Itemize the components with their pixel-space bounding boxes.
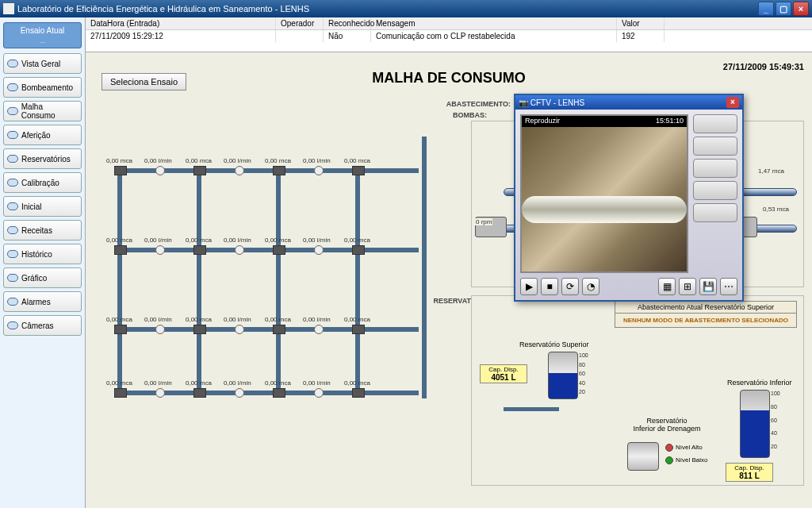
status-hdr: Abastecimento Atual Reservatório Superio… — [615, 302, 796, 314]
valve[interactable] — [273, 245, 285, 255]
flowmeter[interactable] — [235, 245, 244, 255]
flowmeter[interactable] — [235, 325, 244, 334]
valve[interactable] — [193, 245, 206, 255]
cftv-video[interactable]: Reproduzir 15:51:10 — [520, 114, 688, 273]
cftv-sb-1[interactable] — [693, 114, 737, 133]
page-title: MALHA DE CONSUMO — [372, 70, 525, 87]
sidebar-item-vista-geral[interactable]: Vista Geral — [3, 53, 82, 74]
reservoir-panel: Abastecimento Atual Reservatório Superio… — [471, 295, 804, 486]
mca-tag: 0,00 mca — [186, 379, 212, 387]
play-button[interactable]: ▶ — [520, 278, 538, 295]
lmin-tag: 0,00 l/min — [144, 379, 172, 387]
lmin-tag: 0,00 l/min — [303, 379, 331, 387]
lmin-tag: 0,00 l/min — [303, 157, 331, 164]
mca-tag: 0,00 mca — [106, 157, 132, 164]
cftv-overlay-right: 15:51:10 — [656, 117, 684, 126]
sidebar-item-label: Inicial — [21, 202, 42, 211]
maximize-button[interactable]: ▢ — [776, 2, 791, 16]
cftv-sb-4[interactable] — [693, 181, 737, 200]
lmin-tag: 0,00 l/min — [224, 237, 251, 244]
drain-pump[interactable] — [472, 296, 494, 312]
cftv-frame — [522, 127, 687, 271]
status-box: Abastecimento Atual Reservatório Superio… — [615, 301, 797, 328]
flowmeter[interactable] — [155, 245, 165, 255]
cap-sup: Cap. Disp. 4051 L — [480, 364, 527, 383]
valve[interactable] — [273, 325, 285, 334]
flowmeter[interactable] — [314, 325, 324, 334]
cftv-sb-2[interactable] — [693, 137, 737, 156]
grid-button[interactable]: ⊞ — [679, 278, 696, 295]
sidebar-item-aferição[interactable]: Aferição — [3, 125, 82, 145]
minimize-button[interactable]: _ — [758, 2, 774, 16]
close-button[interactable]: × — [793, 2, 809, 16]
mca-tag: 0,00 mca — [186, 237, 212, 244]
flowmeter[interactable] — [314, 166, 324, 175]
pill-icon — [7, 250, 18, 258]
pill-icon — [7, 83, 18, 91]
flowmeter[interactable] — [235, 388, 244, 398]
refresh-button[interactable]: ⟳ — [561, 278, 579, 295]
lmin-tag: 0,00 l/min — [303, 237, 331, 244]
flowmeter[interactable] — [155, 325, 165, 334]
sidebar-item-câmeras[interactable]: Câmeras — [3, 315, 82, 336]
mca-tag: 0,00 mca — [186, 316, 212, 323]
cap-inf: Cap. Disp. 811 L — [726, 463, 773, 482]
dren-label: Reservatório Inferior de Drenagem — [627, 417, 707, 433]
flowmeter[interactable] — [235, 166, 244, 175]
sidebar-item-alarmes[interactable]: Alarmes — [3, 291, 82, 312]
cftv-sb-3[interactable] — [693, 159, 737, 178]
sidebar-item-gráfico[interactable]: Gráfico — [3, 267, 82, 288]
current-ensaio-box: Ensaio Atual ... — [3, 22, 82, 48]
cftv-titlebar[interactable]: 📷 CFTV - LENHS × — [515, 95, 742, 110]
save-button[interactable]: 💾 — [699, 278, 717, 295]
valve[interactable] — [193, 325, 206, 334]
cftv-window[interactable]: 📷 CFTV - LENHS × Reproduzir 15:51:10 — [514, 94, 744, 302]
tank-superior[interactable]: 10080604020 — [548, 352, 578, 399]
tank-drenagem[interactable] — [627, 442, 659, 471]
valve[interactable] — [352, 388, 365, 398]
pipe-mesh: 0,00 mca0,00 l/min0,00 mca0,00 l/min0,00… — [102, 137, 435, 406]
res-inf-label: Reservatório Inferior — [727, 379, 792, 387]
log-table: DataHora (Entrada) Operador Reconhecido … — [86, 17, 812, 52]
sidebar-item-receitas[interactable]: Receitas — [3, 220, 82, 241]
sidebar-item-histórico[interactable]: Histórico — [3, 244, 82, 264]
sidebar-item-inicial[interactable]: Inicial — [3, 196, 82, 217]
lmin-tag: 0,00 l/min — [144, 316, 172, 323]
valve[interactable] — [273, 166, 285, 175]
tank-inferior[interactable]: 10080604020 — [740, 390, 770, 458]
flowmeter[interactable] — [155, 388, 165, 398]
valve[interactable] — [193, 388, 206, 398]
valve[interactable] — [273, 388, 285, 398]
snapshot-button[interactable]: ▦ — [658, 278, 676, 295]
valve[interactable] — [114, 388, 127, 398]
seleciona-ensaio-button[interactable]: Seleciona Ensaio — [102, 73, 186, 90]
cftv-close-button[interactable]: × — [726, 97, 739, 108]
sidebar-item-bombeamento[interactable]: Bombeamento — [3, 77, 82, 98]
sidebar-item-calibração[interactable]: Calibração — [3, 172, 82, 193]
flowmeter[interactable] — [155, 166, 165, 175]
valve[interactable] — [114, 325, 127, 334]
sidebar-item-label: Histórico — [21, 250, 52, 259]
sidebar-item-label: Câmeras — [21, 321, 54, 330]
nivel-baixo: Nível Baixo — [665, 456, 707, 464]
valve[interactable] — [114, 245, 127, 255]
pill-icon — [7, 321, 18, 329]
cftv-sb-5[interactable] — [693, 203, 737, 222]
sidebar-item-reservatórios[interactable]: Reservatórios — [3, 148, 82, 169]
window-titlebar: Laboratório de Eficiência Energética e H… — [0, 0, 812, 17]
mca-tag: 0,00 mca — [106, 237, 132, 244]
flowmeter[interactable] — [314, 245, 324, 255]
valve[interactable] — [352, 325, 365, 334]
clock-button[interactable]: ◔ — [582, 278, 599, 295]
valve[interactable] — [352, 245, 365, 255]
valve[interactable] — [193, 166, 206, 175]
valve[interactable] — [114, 166, 127, 175]
valve[interactable] — [352, 166, 365, 175]
flowmeter[interactable] — [314, 388, 324, 398]
cftv-side-buttons — [693, 114, 737, 225]
tools-button[interactable]: ⋯ — [720, 278, 737, 295]
stop-button[interactable]: ■ — [541, 278, 558, 295]
sidebar-item-malha-consumo[interactable]: Malha Consumo — [3, 101, 82, 121]
pill-icon — [7, 274, 18, 282]
log-row[interactable]: 27/11/2009 15:29:12 Não Comunicação com … — [86, 30, 812, 42]
